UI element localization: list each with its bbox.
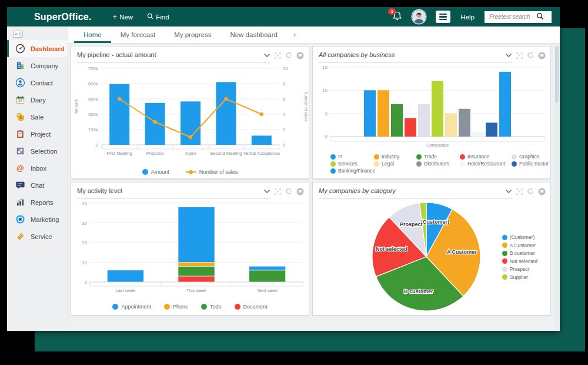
sidebar-item-label: Dashboard [31,45,64,52]
sidebar-item-selection[interactable]: Selection [7,142,68,160]
legend-item[interactable]: Legal [374,161,416,167]
sidebar-item-inbox[interactable]: @Inbox [7,160,68,177]
chat-icon [15,180,25,190]
svg-text:This week: This week [186,288,206,293]
sidebar-item-label: Service [31,233,52,240]
activity-level-chart[interactable]: 010203040Last weekThis weekNext week [71,198,309,297]
companies-by-category-legend: (Customer)A CustomerB customerNot select… [502,234,537,280]
notification-bell[interactable]: 1 [392,11,402,24]
tab-home[interactable]: Home [74,26,111,43]
dashboard-icon [15,44,25,54]
svg-text:40: 40 [82,201,87,206]
legend-item[interactable]: Distributors [416,161,460,167]
sidebar-item-marketing[interactable]: Marketing [7,211,68,228]
svg-text:150k: 150k [88,127,99,132]
chevron-down-icon[interactable] [263,189,270,194]
chevron-down-icon[interactable] [505,189,512,194]
expand-icon[interactable] [275,52,281,59]
legend-item[interactable]: Not selected [502,258,537,264]
plus-icon: + [113,13,118,21]
svg-text:A Customer: A Customer [447,249,477,255]
refresh-icon[interactable] [285,52,292,59]
svg-text:10: 10 [322,88,328,93]
legend-item[interactable]: A Customer [502,243,537,248]
search-input[interactable] [488,13,536,21]
sidebar-item-sale[interactable]: €Sale [7,108,68,125]
expand-icon[interactable] [516,188,523,195]
sidebar-collapse-button[interactable] [13,31,23,38]
vertical-scrollbar[interactable] [555,46,559,327]
sidebar-item-label: Project [31,131,51,138]
legend-item[interactable]: Prospect [502,266,537,272]
legend-item[interactable]: Amount [142,169,169,175]
legend-item[interactable]: Banking/Finance [330,168,374,174]
pipeline-chart[interactable]: 00150k2300k4450k6600k8750k10First Meetin… [71,62,309,162]
sidebar-item-reports[interactable]: Reports [7,194,68,211]
companies-by-business-legend: ITIndustryTradeInsuranceGraphicsServices… [330,154,550,174]
legend-item[interactable]: Document [235,304,268,310]
legend-item[interactable]: Public Sector [512,161,550,167]
panel-menu-icon[interactable] [296,52,304,59]
legend-item[interactable]: Insurance [460,154,512,160]
sidebar-item-service[interactable]: Service [7,228,68,245]
legend-item[interactable]: Hotel/Restaurant [460,161,512,167]
legend-item[interactable]: Appointment [112,304,151,310]
help-link[interactable]: Help [460,14,475,21]
find-button[interactable]: Find [147,13,169,21]
tab-my-forecast[interactable]: My forecast [111,26,165,43]
panel-activity-level: My activity level 010203040Last weekThis… [71,182,309,316]
expand-icon[interactable] [275,188,281,195]
sidebar-item-company[interactable]: Company [7,57,68,74]
legend-item[interactable]: Graphics [512,154,550,160]
contact-icon [15,78,25,88]
expand-icon[interactable] [516,52,523,59]
legend-item[interactable]: Supplier [502,274,537,280]
chevron-down-icon[interactable] [263,53,270,58]
sidebar-item-dashboard[interactable]: Dashboard [7,40,68,57]
companies-by-business-chart[interactable]: 051015Companies [313,62,550,150]
legend-item[interactable]: Trade [416,154,460,160]
svg-text:0: 0 [85,280,88,285]
chevron-down-icon[interactable] [505,53,512,58]
main-menu-button[interactable] [436,11,450,23]
refresh-icon[interactable] [527,188,534,195]
legend-item[interactable]: Number of sales [186,169,238,175]
refresh-icon[interactable] [527,52,534,59]
sidebar-item-label: Selection [31,148,57,155]
sidebar-item-chat[interactable]: Chat [7,177,68,194]
refresh-icon[interactable] [285,188,292,195]
scrollbar-thumb[interactable] [555,47,559,102]
svg-text:Not selected: Not selected [376,246,407,252]
marketing-icon [15,214,25,224]
tab-my-progress[interactable]: My progress [165,26,220,43]
panel-pipeline: My pipeline - actual amount 00150k2300k4… [71,46,309,179]
legend-item[interactable]: B customer [502,250,537,256]
legend-item[interactable]: (Customer) [502,234,537,240]
svg-text:20: 20 [82,240,87,245]
legend-item[interactable]: Services [330,161,374,167]
panel-title: All companies by business [319,51,395,59]
sidebar-item-contact[interactable]: Contact [7,74,68,91]
legend-item[interactable]: Industry [374,154,416,160]
user-avatar[interactable] [412,10,426,24]
legend-item[interactable]: IT [330,154,374,160]
panel-menu-icon[interactable] [538,188,546,195]
selection-icon [15,146,25,156]
svg-text:Prospect: Prospect [400,221,423,227]
panel-menu-icon[interactable] [296,188,304,195]
tab-new-dashboard[interactable]: New dashboard [220,26,287,43]
sidebar-item-label: Inbox [31,165,46,172]
panel-menu-icon[interactable] [538,52,546,59]
freetext-search [485,11,552,23]
new-button[interactable]: + New [113,13,133,21]
tab-add[interactable]: + [287,26,303,43]
sidebar-item-diary[interactable]: 27Diary [7,91,68,108]
sidebar-item-label: Company [31,62,58,69]
legend-item[interactable]: Todo [201,304,222,310]
svg-text:0: 0 [283,142,286,148]
svg-text:Verbal Acceptance: Verbal Acceptance [243,151,280,156]
svg-text:Open: Open [185,151,196,156]
search-icon[interactable] [536,12,544,22]
legend-item[interactable]: Phone [164,304,188,310]
sidebar-item-project[interactable]: Project [7,125,68,142]
